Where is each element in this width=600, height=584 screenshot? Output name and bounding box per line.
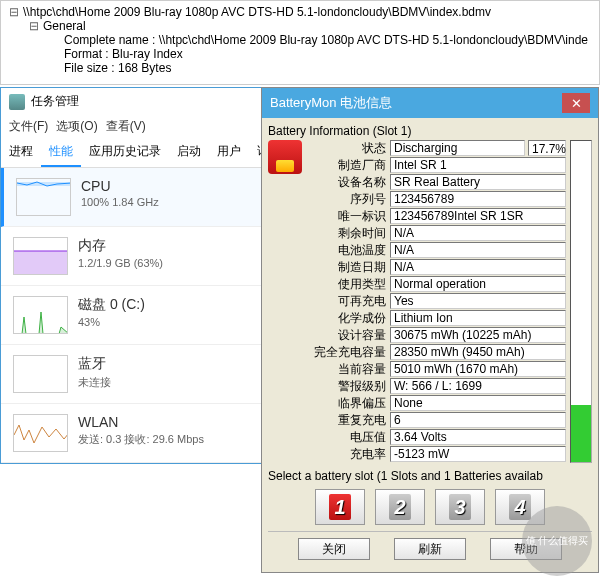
perf-item-disk[interactable]: 磁盘 0 (C:)43% xyxy=(1,286,279,345)
label-critical-bias: 临界偏压 xyxy=(306,395,390,412)
task-manager-icon xyxy=(9,94,25,110)
slot-button-1[interactable]: 1 xyxy=(315,489,365,525)
value-design-cap: 30675 mWh (10225 mAh) xyxy=(390,327,566,343)
label-alert-level: 警报级别 xyxy=(306,378,390,395)
svg-rect-1 xyxy=(14,251,67,274)
tab-process[interactable]: 进程 xyxy=(1,138,41,167)
label-device-name: 设备名称 xyxy=(306,174,390,191)
performance-list: CPU100% 1.84 GHz 内存1.2/1.9 GB (63%) 磁盘 0… xyxy=(1,168,279,463)
value-alert-level: W: 566 / L: 1699 xyxy=(390,378,566,394)
value-rechargeable: Yes xyxy=(390,293,566,309)
value-voltage: 3.64 Volts xyxy=(390,429,566,445)
value-status: Discharging xyxy=(390,140,525,156)
task-manager-title: 任务管理 xyxy=(31,93,79,110)
menu-view[interactable]: 查看(V) xyxy=(106,118,146,135)
label-full-cap: 完全充电容量 xyxy=(306,344,390,361)
refresh-btn[interactable]: 刷新 xyxy=(394,538,466,560)
wlan-graph xyxy=(13,414,68,452)
bluetooth-graph xyxy=(13,355,68,393)
label-status: 状态 xyxy=(306,140,390,157)
bluetooth-name: 蓝牙 xyxy=(78,355,267,373)
label-temperature: 电池温度 xyxy=(306,242,390,259)
label-usage-type: 使用类型 xyxy=(306,276,390,293)
tab-history[interactable]: 应用历史记录 xyxy=(81,138,169,167)
tree-complete-name: Complete name : \\htpc\chd\Home 2009 Blu… xyxy=(9,33,591,47)
tree-format: Format : Blu-ray Index xyxy=(9,47,591,61)
tab-users[interactable]: 用户 xyxy=(209,138,249,167)
value-current-cap: 5010 mWh (1670 mAh) xyxy=(390,361,566,377)
close-btn[interactable]: 关闭 xyxy=(298,538,370,560)
value-cycle-count: 6 xyxy=(390,412,566,428)
value-remain-time: N/A xyxy=(390,225,566,241)
value-percent: 17.7% xyxy=(528,140,566,156)
cpu-stat: 100% 1.84 GHz xyxy=(81,196,267,208)
tab-bar: 进程 性能 应用历史记录 启动 用户 详 xyxy=(1,138,279,168)
memory-stat: 1.2/1.9 GB (63%) xyxy=(78,257,267,269)
value-serial: 123456789 xyxy=(390,191,566,207)
label-chemistry: 化学成份 xyxy=(306,310,390,327)
tab-startup[interactable]: 启动 xyxy=(169,138,209,167)
value-usage-type: Normal operation xyxy=(390,276,566,292)
value-chemistry: Lithium Ion xyxy=(390,310,566,326)
battery-level-bar xyxy=(570,140,592,463)
batterymon-titlebar[interactable]: BatteryMon 电池信息 ✕ xyxy=(262,88,598,118)
label-charge-rate: 充电率 xyxy=(306,446,390,463)
menu-options[interactable]: 选项(O) xyxy=(56,118,97,135)
task-manager-titlebar[interactable]: 任务管理 xyxy=(1,88,279,115)
label-manufacturer: 制造厂商 xyxy=(306,157,390,174)
value-unique-id: 123456789Intel SR 1SR xyxy=(390,208,566,224)
perf-item-memory[interactable]: 内存1.2/1.9 GB (63%) xyxy=(1,227,279,286)
value-device-name: SR Real Battery xyxy=(390,174,566,190)
menubar: 文件(F) 选项(O) 查看(V) xyxy=(1,115,279,138)
svg-rect-0 xyxy=(17,182,70,186)
memory-graph xyxy=(13,237,68,275)
watermark: 值 什么值得买 xyxy=(522,506,592,576)
slot-button-2[interactable]: 2 xyxy=(375,489,425,525)
value-temperature: N/A xyxy=(390,242,566,258)
value-manufacturer: Intel SR 1 xyxy=(390,157,566,173)
label-remain-time: 剩余时间 xyxy=(306,225,390,242)
label-cycle-count: 重复充电 xyxy=(306,412,390,429)
value-full-cap: 28350 mWh (9450 mAh) xyxy=(390,344,566,360)
tree-file-size: File size : 168 Bytes xyxy=(9,61,591,75)
label-voltage: 电压值 xyxy=(306,429,390,446)
label-current-cap: 当前容量 xyxy=(306,361,390,378)
perf-item-cpu[interactable]: CPU100% 1.84 GHz xyxy=(1,168,279,227)
battery-icon xyxy=(268,140,302,174)
disk-graph xyxy=(13,296,68,334)
tree-general[interactable]: General xyxy=(9,19,591,33)
menu-file[interactable]: 文件(F) xyxy=(9,118,48,135)
close-button[interactable]: ✕ xyxy=(562,93,590,113)
cpu-graph xyxy=(16,178,71,216)
bluetooth-stat: 未连接 xyxy=(78,375,267,390)
task-manager-window: 任务管理 文件(F) 选项(O) 查看(V) 进程 性能 应用历史记录 启动 用… xyxy=(0,87,280,464)
slot-select-label: Select a battery slot (1 Slots and 1 Bat… xyxy=(268,469,592,483)
label-design-cap: 设计容量 xyxy=(306,327,390,344)
wlan-stat: 发送: 0.3 接收: 29.6 Mbps xyxy=(78,432,267,447)
wlan-name: WLAN xyxy=(78,414,267,430)
tab-performance[interactable]: 性能 xyxy=(41,138,81,167)
battery-info-table: 状态Discharging17.7% 制造厂商Intel SR 1 设备名称SR… xyxy=(306,140,566,463)
value-critical-bias: None xyxy=(390,395,566,411)
label-serial: 序列号 xyxy=(306,191,390,208)
value-mfg-date: N/A xyxy=(390,259,566,275)
disk-name: 磁盘 0 (C:) xyxy=(78,296,267,314)
value-charge-rate: -5123 mW xyxy=(390,446,566,462)
batterymon-window: BatteryMon 电池信息 ✕ Battery Information (S… xyxy=(261,87,599,573)
perf-item-wlan[interactable]: WLAN发送: 0.3 接收: 29.6 Mbps xyxy=(1,404,279,463)
memory-name: 内存 xyxy=(78,237,267,255)
batterymon-title: BatteryMon 电池信息 xyxy=(270,94,392,112)
tree-root[interactable]: \\htpc\chd\Home 2009 Blu-ray 1080p AVC D… xyxy=(9,5,591,19)
label-rechargeable: 可再充电 xyxy=(306,293,390,310)
label-mfg-date: 制造日期 xyxy=(306,259,390,276)
file-tree-panel: \\htpc\chd\Home 2009 Blu-ray 1080p AVC D… xyxy=(0,0,600,85)
battery-info-heading: Battery Information (Slot 1) xyxy=(268,124,592,138)
slot-button-3[interactable]: 3 xyxy=(435,489,485,525)
label-unique-id: 唯一标识 xyxy=(306,208,390,225)
disk-stat: 43% xyxy=(78,316,267,328)
perf-item-bluetooth[interactable]: 蓝牙未连接 xyxy=(1,345,279,404)
cpu-name: CPU xyxy=(81,178,267,194)
